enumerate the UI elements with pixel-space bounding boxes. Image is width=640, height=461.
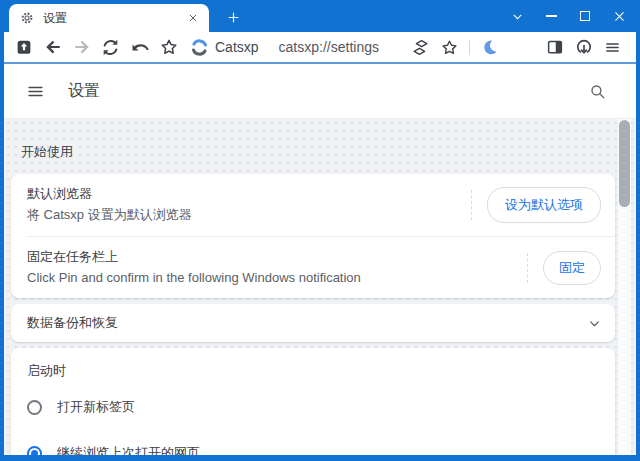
chevron-down-icon[interactable] bbox=[588, 317, 601, 330]
default-browser-title: 默认浏览器 bbox=[27, 185, 471, 204]
settings-menu-button[interactable] bbox=[23, 79, 47, 103]
downloads-chevron-button[interactable] bbox=[500, 1, 534, 31]
radio-label[interactable]: 打开新标签页 bbox=[57, 398, 135, 416]
upload-box-icon bbox=[15, 38, 33, 56]
refresh-button[interactable] bbox=[98, 35, 123, 60]
minimize-button[interactable] bbox=[534, 1, 568, 31]
sidebar-icon bbox=[546, 38, 564, 56]
startup-title: 启动时 bbox=[11, 348, 615, 380]
maximize-button[interactable] bbox=[568, 1, 602, 31]
pin-taskbar-subtitle: Click Pin and confirm in the following W… bbox=[27, 269, 527, 288]
bookmark-button[interactable] bbox=[437, 35, 462, 60]
site-brand-chip[interactable]: Catsxp bbox=[191, 39, 259, 56]
close-icon bbox=[613, 10, 626, 23]
download-icon bbox=[575, 38, 593, 56]
downloads-button[interactable] bbox=[571, 35, 596, 60]
browser-menu-button[interactable] bbox=[600, 35, 625, 60]
star-icon bbox=[160, 38, 178, 56]
pin-taskbar-row: 固定在任务栏上 Click Pin and confirm in the fol… bbox=[11, 237, 615, 299]
settings-header: 设置 bbox=[4, 64, 636, 119]
undo-button[interactable] bbox=[127, 35, 152, 60]
browser-window: 设置 bbox=[0, 0, 640, 461]
startup-card: 启动时 打开新标签页 继续浏览上次打开的网页 bbox=[11, 348, 615, 455]
menu-icon bbox=[604, 39, 621, 56]
chevron-down-icon bbox=[511, 10, 524, 23]
bookmark-star-icon bbox=[441, 39, 458, 56]
upload-box-button[interactable] bbox=[11, 35, 36, 60]
row-separator bbox=[471, 190, 472, 220]
toolbar-separator bbox=[469, 40, 470, 55]
tab-close-icon[interactable] bbox=[184, 9, 202, 27]
backup-card: 数据备份和恢复 bbox=[11, 304, 615, 342]
titlebar: 设置 bbox=[4, 0, 636, 32]
settings-search-button[interactable] bbox=[585, 79, 609, 103]
pin-taskbar-title: 固定在任务栏上 bbox=[27, 248, 527, 267]
maximize-icon bbox=[580, 11, 590, 21]
dark-mode-button[interactable] bbox=[477, 35, 502, 60]
row-separator bbox=[527, 253, 528, 283]
gear-icon bbox=[20, 11, 34, 25]
radio-icon[interactable] bbox=[27, 446, 42, 455]
stacked-layers-icon bbox=[411, 38, 430, 57]
backup-expand-row[interactable]: 数据备份和恢复 bbox=[11, 304, 615, 342]
search-icon bbox=[589, 83, 606, 100]
forward-button[interactable] bbox=[69, 35, 94, 60]
startup-option-new-tab[interactable]: 打开新标签页 bbox=[11, 388, 615, 426]
tab-settings[interactable]: 设置 bbox=[9, 4, 209, 32]
scrollbar-thumb[interactable] bbox=[619, 120, 630, 207]
minimize-icon bbox=[546, 15, 557, 17]
startup-option-continue[interactable]: 继续浏览上次打开的网页 bbox=[11, 434, 615, 455]
pin-button[interactable]: 固定 bbox=[543, 251, 601, 285]
section-label: 开始使用 bbox=[4, 119, 636, 161]
forward-icon bbox=[73, 38, 91, 56]
catsxp-logo-icon bbox=[191, 39, 208, 56]
address-bar[interactable]: catsxp://settings bbox=[279, 39, 406, 55]
home-star-button[interactable] bbox=[156, 35, 181, 60]
side-panel-button[interactable] bbox=[542, 35, 567, 60]
back-button[interactable] bbox=[40, 35, 65, 60]
default-browser-subtitle: 将 Catsxp 设置为默认浏览器 bbox=[27, 206, 471, 225]
getting-started-card: 默认浏览器 将 Catsxp 设置为默认浏览器 设为默认选项 固定在任务栏上 C… bbox=[11, 174, 615, 298]
radio-label[interactable]: 继续浏览上次打开的网页 bbox=[57, 444, 200, 455]
back-icon bbox=[44, 38, 62, 56]
default-browser-row: 默认浏览器 将 Catsxp 设置为默认浏览器 设为默认选项 bbox=[11, 174, 615, 236]
radio-icon[interactable] bbox=[27, 400, 42, 415]
plus-icon bbox=[227, 11, 240, 24]
refresh-icon bbox=[101, 38, 120, 57]
brand-label: Catsxp bbox=[215, 39, 259, 55]
row-text: 固定在任务栏上 Click Pin and confirm in the fol… bbox=[27, 248, 527, 288]
toolbar: Catsxp catsxp://settings bbox=[4, 32, 636, 62]
close-window-button[interactable] bbox=[602, 1, 636, 31]
tab-title: 设置 bbox=[43, 10, 184, 27]
backup-title: 数据备份和恢复 bbox=[27, 314, 588, 333]
settings-content: 开始使用 默认浏览器 将 Catsxp 设置为默认浏览器 设为默认选项 固定在任… bbox=[4, 119, 636, 455]
menu-icon bbox=[26, 82, 45, 101]
stacked-layers-button[interactable] bbox=[408, 35, 433, 60]
undo-icon bbox=[131, 38, 149, 56]
row-text: 默认浏览器 将 Catsxp 设置为默认浏览器 bbox=[27, 185, 471, 225]
moon-icon bbox=[481, 38, 499, 56]
page-title: 设置 bbox=[68, 81, 585, 102]
set-default-button[interactable]: 设为默认选项 bbox=[487, 187, 601, 223]
new-tab-button[interactable] bbox=[219, 4, 247, 30]
